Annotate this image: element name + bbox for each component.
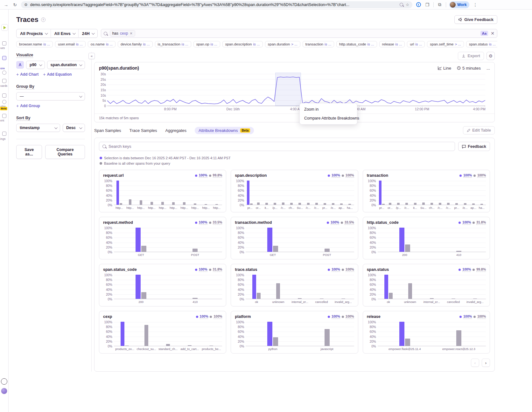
tab-attribute-breakdowns[interactable]: Attribute BreakdownsBeta bbox=[195, 127, 254, 134]
zoom-icon[interactable] bbox=[400, 3, 403, 6]
display-mode-button[interactable]: Line bbox=[438, 66, 451, 71]
bar-group-ap...[interactable] bbox=[469, 181, 478, 205]
collapse-panel-button[interactable]: « bbox=[88, 53, 95, 59]
bar-group-http...[interactable] bbox=[200, 181, 211, 205]
bar-group-checkout_su...[interactable] bbox=[136, 322, 157, 346]
bar-group-http...[interactable] bbox=[211, 181, 222, 205]
bar-group-empower.react@25.12.3[interactable] bbox=[432, 322, 486, 346]
clear-search-icon[interactable]: ✕ bbox=[491, 31, 494, 36]
bar-group-ap...[interactable] bbox=[337, 181, 346, 205]
sidebar-nav-icon[interactable] bbox=[2, 93, 6, 98]
filter-chip-http.status_code[interactable]: http.status_codeis ... bbox=[336, 41, 377, 47]
tab-aggregates[interactable]: Aggregates bbox=[165, 127, 187, 134]
time-range-filter[interactable]: 24H bbox=[79, 29, 97, 38]
bar-group-ha...[interactable] bbox=[478, 181, 486, 205]
bar-group-POST[interactable] bbox=[300, 228, 354, 252]
search-token[interactable]: has cexp ✕ bbox=[110, 30, 135, 37]
context-menu-item-zoom-in[interactable]: Zoom in bbox=[300, 105, 357, 114]
password-manager-icon[interactable] bbox=[416, 2, 421, 8]
field-select[interactable]: span.duration bbox=[47, 61, 85, 69]
bar-group-/c...[interactable] bbox=[304, 181, 312, 205]
interval-button[interactable]: 5 minutes bbox=[457, 66, 481, 71]
bar-group-POST[interactable] bbox=[168, 228, 222, 252]
sidebar-item-label[interactable]: ore bbox=[0, 67, 5, 70]
seer-icon[interactable] bbox=[1, 378, 7, 385]
filter-chip-span.status[interactable]: span.statusis ... bbox=[466, 41, 497, 47]
bar-group-pr...[interactable] bbox=[452, 181, 461, 205]
baseline-percent[interactable]: 99.8% bbox=[213, 173, 222, 178]
sidebar-item-label[interactable]: ues bbox=[0, 46, 5, 50]
bar-group-pr...[interactable] bbox=[246, 181, 254, 205]
filter-chip-user.email[interactable]: user.emailis ... bbox=[55, 41, 86, 47]
sidebar-nav-icon[interactable] bbox=[2, 71, 6, 75]
sidebar-nav-icon[interactable] bbox=[2, 41, 6, 45]
token-remove-icon[interactable]: ✕ bbox=[130, 31, 132, 36]
bar-group-/p...[interactable] bbox=[394, 181, 402, 205]
bar-group-unknown[interactable] bbox=[267, 275, 289, 299]
bar-group-it...[interactable] bbox=[411, 181, 419, 205]
bar-group-http...[interactable] bbox=[114, 181, 125, 205]
bar-group-/e...[interactable] bbox=[329, 181, 337, 205]
bar-group-http...[interactable] bbox=[157, 181, 168, 205]
selected-percent[interactable]: 100% bbox=[332, 314, 340, 319]
edit-table-button[interactable]: Edit Table bbox=[463, 126, 495, 134]
selected-percent[interactable]: 100% bbox=[200, 314, 208, 319]
bar-group-python[interactable] bbox=[246, 322, 300, 346]
context-menu-item-compare-attribute-breakdowns[interactable]: Compare Attribute Breakdowns bbox=[300, 114, 357, 123]
bookmark-star-icon[interactable]: ☆ bbox=[406, 3, 409, 7]
help-icon[interactable]: ? bbox=[41, 17, 46, 22]
baseline-percent[interactable]: 100% bbox=[214, 314, 222, 319]
extensions-icon[interactable]: ❐ bbox=[424, 2, 430, 8]
bar-group-add_to_cart...[interactable] bbox=[179, 322, 200, 346]
bar-group-/c...[interactable] bbox=[444, 181, 452, 205]
bar-group-or...[interactable] bbox=[254, 181, 262, 205]
give-feedback-button[interactable]: Give Feedback bbox=[454, 15, 497, 24]
sidebar-item-label[interactable]: ings bbox=[0, 137, 5, 141]
feedback-button[interactable]: Feedback bbox=[458, 142, 490, 151]
bar-group-cancelled[interactable] bbox=[443, 275, 464, 299]
baseline-percent[interactable]: 33.5% bbox=[345, 220, 354, 225]
add-equation-button[interactable]: +Add Equation bbox=[43, 72, 72, 77]
browser-menu-icon[interactable]: ⋮ bbox=[472, 2, 478, 8]
baseline-percent[interactable]: 100% bbox=[477, 173, 486, 178]
selected-percent[interactable]: 100% bbox=[462, 267, 471, 272]
bar-group-javascript[interactable] bbox=[300, 322, 354, 346]
bar-group-pr...[interactable] bbox=[378, 181, 386, 205]
bar-group-unknown[interactable] bbox=[399, 275, 421, 299]
bar-group-empower.flask@25.11.4[interactable] bbox=[378, 322, 432, 346]
back-icon[interactable]: → bbox=[3, 2, 9, 8]
url-bar[interactable]: ⚙︎ demo.sentry.io/explore/traces/?aggreg… bbox=[21, 1, 412, 8]
bar-group-ha...[interactable] bbox=[346, 181, 354, 205]
sort-field-select[interactable]: timestamp bbox=[16, 124, 60, 132]
bar-group-/c...[interactable] bbox=[279, 181, 287, 205]
bar-group-/p...[interactable] bbox=[271, 181, 279, 205]
bar-group-it...[interactable] bbox=[262, 181, 271, 205]
settings-gear-icon[interactable]: ⚙ bbox=[486, 52, 495, 60]
selected-percent[interactable]: 100% bbox=[462, 220, 471, 225]
selected-percent[interactable]: 100% bbox=[199, 220, 207, 225]
bar-group-or...[interactable] bbox=[386, 181, 394, 205]
baseline-percent[interactable]: 100% bbox=[477, 314, 486, 319]
duration-line-chart[interactable] bbox=[107, 72, 485, 106]
save-as-button[interactable]: Save as... bbox=[16, 145, 42, 159]
selected-percent[interactable]: 100% bbox=[331, 220, 339, 225]
selected-percent[interactable]: 100% bbox=[332, 173, 340, 178]
search-keys-input[interactable]: Search keys bbox=[99, 142, 455, 151]
filter-chip-transaction[interactable]: transactionis ... bbox=[303, 41, 334, 47]
bar-group-internal_er...[interactable] bbox=[421, 275, 443, 299]
selected-percent[interactable]: 100% bbox=[463, 173, 472, 178]
bar-group-products_ex...[interactable] bbox=[114, 322, 136, 346]
bar-group-410[interactable] bbox=[432, 228, 486, 252]
sort-direction-select[interactable]: Desc bbox=[63, 124, 85, 132]
side-panel-icon[interactable]: ⧉ bbox=[437, 2, 443, 8]
tab-trace-samples[interactable]: Trace Samples bbox=[130, 127, 157, 134]
filter-chip-url[interactable]: urlis ... bbox=[407, 41, 425, 47]
help-avatar-icon[interactable] bbox=[1, 388, 7, 394]
baseline-percent[interactable]: 99.8% bbox=[476, 267, 486, 272]
baseline-percent[interactable]: 100% bbox=[346, 173, 354, 178]
bar-group-/c...[interactable] bbox=[436, 181, 444, 205]
selected-percent[interactable]: 100% bbox=[199, 173, 207, 178]
bar-group-cancelled[interactable] bbox=[311, 275, 332, 299]
selected-percent[interactable]: 100% bbox=[199, 267, 207, 272]
profile-chip[interactable]: Work bbox=[449, 1, 469, 8]
